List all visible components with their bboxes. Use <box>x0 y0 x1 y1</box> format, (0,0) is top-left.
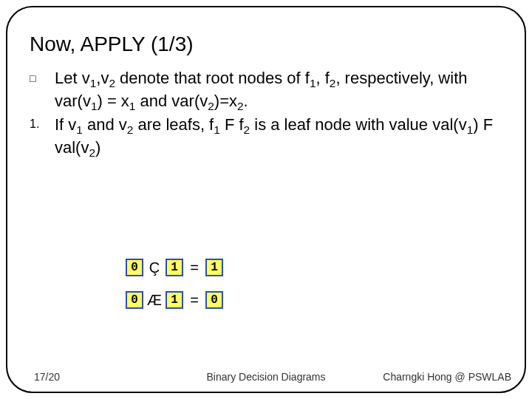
slide-border <box>6 6 526 393</box>
value-box: 1 <box>166 259 183 276</box>
value-box: 0 <box>126 259 143 276</box>
equals: = <box>183 259 205 276</box>
footer: 17/20 Binary Decision Diagrams Charngki … <box>0 368 532 383</box>
bullet-text: If v1 and v2 are leafs, f1 F f2 is a lea… <box>55 115 499 160</box>
value-box: 0 <box>205 291 223 309</box>
value-boxes: 0 Ç 1 = 1 0 Æ 1 = 0 <box>126 257 223 322</box>
slide-body: □ Let v1,v2 denote that root nodes of f1… <box>30 68 499 160</box>
bullet-item: 1. If v1 and v2 are leafs, f1 F f2 is a … <box>30 115 499 160</box>
slide-title: Now, APPLY (1/3) <box>30 33 502 56</box>
equals: = <box>183 291 205 309</box>
value-box: 1 <box>166 291 183 309</box>
value-box: 1 <box>205 259 223 276</box>
bullet-item: □ Let v1,v2 denote that root nodes of f1… <box>30 68 499 113</box>
box-row: 0 Æ 1 = 0 <box>126 290 223 310</box>
bullet-text: Let v1,v2 denote that root nodes of f1, … <box>55 68 499 113</box>
bullet-marker: 1. <box>30 115 55 131</box>
box-row: 0 Ç 1 = 1 <box>126 257 223 278</box>
value-box: 0 <box>126 291 143 309</box>
operator: Ç <box>143 259 166 276</box>
bullet-marker: □ <box>30 68 55 84</box>
operator: Æ <box>143 291 166 309</box>
footer-author: Charngki Hong @ PSWLAB <box>383 371 511 383</box>
